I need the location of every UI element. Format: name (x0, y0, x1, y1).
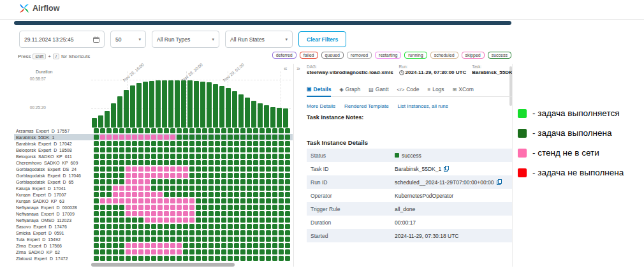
task-instance-square[interactable] (113, 186, 118, 191)
duration-bar[interactable] (98, 115, 103, 128)
task-instance-square[interactable] (113, 243, 118, 248)
task-name[interactable]: Sasovo_Expert_D_17476 (14, 225, 94, 229)
task-instance-square[interactable] (113, 179, 118, 184)
task-instance-square[interactable] (119, 237, 124, 242)
task-instance-square[interactable] (221, 249, 226, 254)
task-instance-square[interactable] (170, 173, 175, 178)
task-instance-square[interactable] (202, 249, 207, 254)
task-instance-square[interactable] (138, 249, 143, 254)
task-instance-square[interactable] (119, 128, 124, 133)
state-badge-queued[interactable]: queued (321, 52, 344, 59)
task-instance-square[interactable] (209, 198, 214, 203)
task-instance-square[interactable] (145, 160, 150, 165)
task-instance-square[interactable] (272, 128, 277, 133)
task-instance-square[interactable] (170, 243, 175, 248)
task-instance-square[interactable] (94, 217, 99, 223)
task-instance-square[interactable] (196, 166, 201, 172)
task-instance-square[interactable] (221, 141, 226, 146)
task-instance-square[interactable] (272, 230, 277, 235)
task-instance-square[interactable] (157, 198, 163, 203)
task-instance-square[interactable] (164, 173, 169, 178)
task-instance-square[interactable] (234, 217, 239, 223)
task-instance-square[interactable] (170, 128, 175, 133)
task-instance-square[interactable] (215, 243, 220, 248)
task-instance-square[interactable] (94, 224, 99, 229)
task-instance-square[interactable] (94, 128, 99, 133)
task-instance-square[interactable] (266, 256, 271, 261)
task-instance-square[interactable] (126, 237, 131, 242)
task-instance-square[interactable] (247, 173, 252, 178)
task-instance-square[interactable] (209, 166, 214, 172)
task-instance-square[interactable] (240, 205, 245, 210)
task-instance-square[interactable] (228, 211, 233, 216)
task-instance-square[interactable] (221, 166, 226, 172)
task-instance-square[interactable] (253, 179, 258, 184)
task-instance-square[interactable] (234, 179, 239, 184)
task-instance-square[interactable] (183, 217, 188, 223)
date-filter-input[interactable]: 29.11.2024 13:25:45 (19, 31, 105, 48)
task-instance-square[interactable] (253, 230, 258, 235)
task-instance-square[interactable] (285, 217, 290, 223)
task-instance-square[interactable] (138, 147, 143, 152)
duration-bar[interactable] (219, 86, 224, 128)
task-instance-square[interactable] (240, 224, 245, 229)
task-instance-square[interactable] (126, 198, 131, 203)
task-instance-square[interactable] (260, 230, 265, 235)
task-instance-square[interactable] (247, 211, 252, 216)
task-instance-square[interactable] (234, 243, 239, 248)
task-instance-square[interactable] (228, 141, 233, 146)
duration-bar[interactable] (207, 82, 212, 128)
task-instance-square[interactable] (106, 217, 112, 223)
page-size-select[interactable]: 50 ▾ (110, 31, 146, 48)
task-instance-square[interactable] (215, 128, 220, 133)
task-name[interactable]: Belogorsk_Expert_D_18508 (14, 148, 94, 152)
task-instance-square[interactable] (234, 173, 239, 178)
task-instance-square[interactable] (234, 141, 239, 146)
task-instance-square[interactable] (240, 173, 245, 178)
task-instance-square[interactable] (183, 141, 188, 146)
task-instance-square[interactable] (94, 154, 99, 159)
task-instance-square[interactable] (228, 237, 233, 242)
task-instance-square[interactable] (132, 256, 137, 261)
task-instance-square[interactable] (189, 249, 194, 254)
task-instance-square[interactable] (228, 198, 233, 203)
task-instance-square[interactable] (100, 224, 105, 229)
task-instance-square[interactable] (247, 160, 252, 165)
task-instance-square[interactable] (285, 173, 290, 178)
task-instance-square[interactable] (138, 256, 143, 261)
task-instance-square[interactable] (189, 160, 194, 165)
task-instance-square[interactable] (285, 141, 290, 146)
task-instance-square[interactable] (279, 217, 284, 223)
task-instance-square[interactable] (221, 217, 226, 223)
task-instance-square[interactable] (234, 205, 239, 210)
task-instance-square[interactable] (100, 237, 105, 242)
task-instance-square[interactable] (177, 173, 182, 178)
task-instance-square[interactable] (247, 243, 252, 248)
task-instance-square[interactable] (221, 154, 226, 159)
duration-bar[interactable] (124, 90, 129, 128)
task-instance-square[interactable] (132, 249, 137, 254)
task-instance-square[interactable] (196, 256, 201, 261)
task-instance-square[interactable] (138, 224, 143, 229)
task-instance-square[interactable] (177, 249, 182, 254)
task-instance-square[interactable] (145, 173, 150, 178)
task-instance-square[interactable] (221, 224, 226, 229)
task-instance-square[interactable] (106, 154, 112, 159)
breadcrumb-dag[interactable]: DAG: steelway-vibrodiagnostic-load-xmls (307, 64, 393, 75)
task-instance-square[interactable] (215, 173, 220, 178)
task-instance-square[interactable] (253, 154, 258, 159)
duration-bar[interactable] (149, 81, 154, 128)
tab-code[interactable]: </>Code (397, 85, 420, 96)
task-instance-square[interactable] (209, 237, 214, 242)
task-instance-square[interactable] (260, 160, 265, 165)
task-instance-square[interactable] (228, 217, 233, 223)
task-instance-square[interactable] (126, 135, 131, 140)
task-instance-square[interactable] (215, 141, 220, 146)
task-name[interactable]: Zima_SADKO_KP_62 (14, 250, 94, 254)
task-instance-square[interactable] (279, 211, 284, 216)
task-instance-square[interactable] (285, 224, 290, 229)
task-instance-square[interactable] (215, 186, 220, 191)
task-instance-square[interactable] (126, 192, 131, 197)
task-instance-square[interactable] (151, 237, 156, 242)
task-instance-square[interactable] (228, 166, 233, 172)
